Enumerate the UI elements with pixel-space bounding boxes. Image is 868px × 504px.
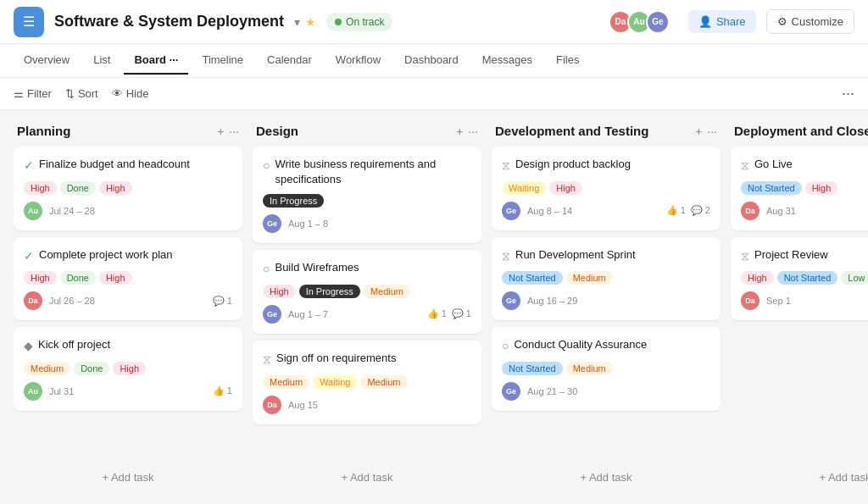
tag: Medium	[24, 362, 70, 375]
add-task-planning[interactable]: + Add task	[14, 464, 242, 490]
status-pill[interactable]: On track	[326, 13, 392, 31]
column-dev-testing: Development and Testing + ··· ⧖ Design p…	[492, 124, 721, 490]
card-c1[interactable]: ✓ Finalize budget and headcount HighDone…	[14, 147, 242, 230]
card-date-c3: Jul 31	[49, 386, 206, 396]
column-header-dev-testing: Development and Testing + ···	[492, 124, 721, 147]
more-column-icon-design[interactable]: ···	[468, 125, 478, 138]
status-dot	[335, 19, 342, 25]
card-avatar-c2[interactable]: Da	[24, 291, 42, 310]
card-c6[interactable]: ⧖ Sign off on requirements MediumWaiting…	[253, 341, 481, 424]
app-header: ☰ Software & System Deployment ▾ ★ On tr…	[0, 0, 868, 44]
more-column-icon-dev-testing[interactable]: ···	[707, 125, 717, 138]
tab-dashboard[interactable]: Dashboard	[394, 47, 469, 75]
add-task-design[interactable]: + Add task	[253, 464, 481, 490]
tab-overview[interactable]: Overview	[14, 47, 80, 75]
card-meta-c2: 💬 1	[213, 296, 232, 307]
card-footer-c1: Au Jul 24 – 28	[24, 202, 232, 220]
more-column-icon-planning[interactable]: ···	[229, 125, 239, 138]
more-button[interactable]: ···	[842, 85, 854, 102]
header-icons: ▾ ★	[294, 15, 316, 29]
card-c7[interactable]: ⧖ Design product backlog WaitingHigh Ge …	[492, 147, 721, 230]
tab-files[interactable]: Files	[546, 47, 589, 75]
card-c5[interactable]: ○ Build Wireframes HighIn ProgressMedium…	[253, 250, 481, 334]
tab-calendar[interactable]: Calendar	[257, 47, 322, 75]
chevron-down-icon[interactable]: ▾	[294, 15, 300, 29]
card-avatar-c5[interactable]: Ge	[263, 305, 281, 324]
add-task-deployment[interactable]: + Add task	[731, 464, 868, 490]
sort-button[interactable]: ⇅ Sort	[65, 87, 98, 100]
add-task-dev-testing[interactable]: + Add task	[492, 464, 721, 490]
card-c4[interactable]: ○ Write business requirements and specif…	[253, 147, 481, 243]
tag: High	[263, 285, 296, 298]
tab-list[interactable]: List	[83, 47, 120, 75]
nav-tabs: Overview List Board ··· Timeline Calenda…	[0, 44, 868, 78]
add-column-icon-planning[interactable]: +	[217, 125, 224, 138]
filter-label: Filter	[27, 87, 52, 100]
column-title-deployment: Deployment and Close Out	[734, 124, 868, 138]
card-c8[interactable]: ⧖ Run Development Sprint Not StartedMedi…	[492, 237, 721, 321]
tags-c6: MediumWaitingMedium	[263, 375, 471, 389]
card-title-c5: ○ Build Wireframes	[263, 260, 471, 278]
card-date-c1: Jul 24 – 28	[49, 206, 225, 216]
board: Planning + ··· ✓ Finalize budget and hea…	[0, 110, 868, 504]
add-column-icon-dev-testing[interactable]: +	[695, 125, 702, 138]
card-footer-c11: Da Sep 1	[741, 291, 868, 310]
task-icon-c3: ◆	[24, 338, 33, 355]
card-avatar-c3[interactable]: Au	[24, 382, 42, 401]
filter-icon: ⚌	[14, 87, 24, 100]
tab-board[interactable]: Board ···	[124, 47, 188, 75]
card-meta-c3: 👍 1	[213, 385, 232, 396]
star-icon[interactable]: ★	[305, 15, 316, 29]
meta-item: 👍 1	[427, 308, 447, 319]
task-icon-c2: ✓	[24, 248, 34, 265]
column-design: Design + ··· ○ Write business requiremen…	[253, 124, 481, 490]
share-button[interactable]: 👤 Share	[688, 10, 756, 33]
card-avatar-c10[interactable]: Da	[741, 202, 760, 220]
card-title-c8: ⧖ Run Development Sprint	[502, 247, 710, 265]
avatar-ge[interactable]: Ge	[646, 10, 670, 34]
tab-timeline[interactable]: Timeline	[192, 47, 253, 75]
tab-messages[interactable]: Messages	[472, 47, 542, 75]
tag: High	[24, 181, 57, 195]
card-title-c1: ✓ Finalize budget and headcount	[24, 157, 232, 174]
card-title-c3: ◆ Kick off project	[24, 337, 232, 355]
card-footer-c10: Da Aug 31	[741, 202, 868, 220]
task-icon-c8: ⧖	[502, 248, 510, 265]
card-c10[interactable]: ⧖ Go Live Not StartedHigh Da Aug 31	[731, 147, 868, 230]
tags-c2: HighDoneHigh	[24, 271, 232, 285]
card-avatar-c1[interactable]: Au	[24, 202, 42, 220]
card-avatar-c9[interactable]: Ge	[502, 382, 520, 401]
card-date-c6: Aug 15	[288, 400, 465, 410]
tags-c4: In Progress	[263, 194, 471, 208]
card-c2[interactable]: ✓ Complete project work plan HighDoneHig…	[14, 237, 242, 321]
add-column-icon-design[interactable]: +	[456, 125, 463, 138]
card-title-c2: ✓ Complete project work plan	[24, 247, 232, 265]
card-avatar-c4[interactable]: Ge	[263, 214, 281, 233]
card-c3[interactable]: ◆ Kick off project MediumDoneHigh Au Jul…	[14, 327, 242, 411]
tag: Medium	[364, 285, 410, 298]
tags-c9: Not StartedMedium	[502, 362, 710, 375]
card-date-c2: Jul 26 – 28	[49, 296, 206, 306]
card-footer-c8: Ge Aug 16 – 29	[502, 291, 710, 310]
tag: High	[24, 271, 57, 285]
filter-button[interactable]: ⚌ Filter	[14, 87, 52, 100]
tag: High	[805, 181, 838, 195]
card-c11[interactable]: ⧖ Project Review HighNot StartedLow Da S…	[731, 237, 868, 321]
card-avatar-c8[interactable]: Ge	[502, 291, 520, 310]
card-title-c7: ⧖ Design product backlog	[502, 157, 710, 174]
card-avatar-c6[interactable]: Da	[263, 396, 281, 414]
customize-button[interactable]: ⚙ Customize	[766, 9, 854, 34]
card-footer-c7: Ge Aug 8 – 14 👍 1💬 2	[502, 202, 710, 220]
menu-button[interactable]: ☰	[14, 7, 44, 37]
tag: High	[113, 362, 146, 375]
hide-button[interactable]: 👁 Hide	[112, 87, 149, 100]
meta-item: 👍 1	[666, 205, 686, 216]
card-c9[interactable]: ○ Conduct Quality Assurance Not StartedM…	[492, 327, 721, 411]
tag: High	[99, 181, 132, 195]
meta-item: 💬 1	[213, 296, 232, 307]
tab-workflow[interactable]: Workflow	[326, 47, 391, 75]
card-footer-c9: Ge Aug 21 – 30	[502, 382, 710, 401]
card-avatar-c7[interactable]: Ge	[502, 202, 520, 220]
tags-c7: WaitingHigh	[502, 181, 710, 195]
card-avatar-c11[interactable]: Da	[741, 291, 760, 310]
